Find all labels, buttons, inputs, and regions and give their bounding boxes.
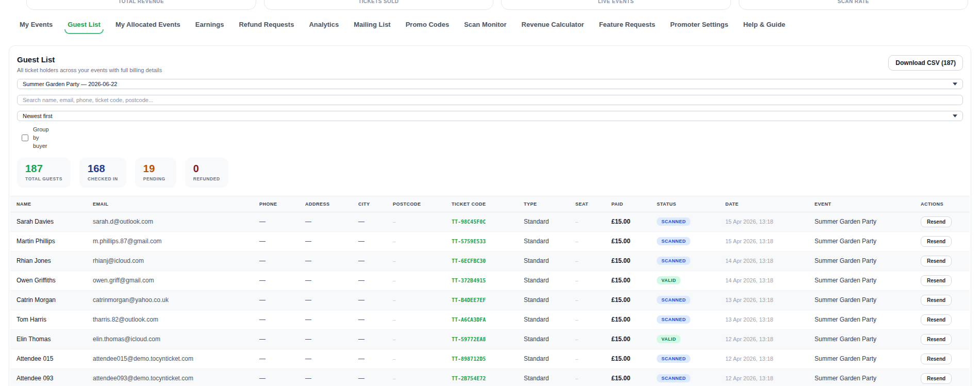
resend-button[interactable]: Resend	[921, 295, 952, 306]
cell-paid: £15.00	[605, 329, 651, 349]
resend-button[interactable]: Resend	[921, 354, 952, 364]
nav-tab[interactable]: Feature Requests	[599, 21, 655, 29]
column-header: ACTIONS	[915, 196, 970, 212]
nav-tab[interactable]: Mailing List	[354, 21, 391, 29]
cell-name: Martin Phillips	[10, 231, 87, 251]
cell-event: Summer Garden Party	[808, 271, 915, 290]
cell-date: 14 Apr 2026, 13:18	[719, 251, 808, 271]
stat-card-label: SCAN RATE	[739, 0, 968, 4]
nav-tab[interactable]: Scan Monitor	[464, 21, 506, 29]
cell-postcode: –	[387, 251, 445, 271]
resend-button[interactable]: Resend	[921, 216, 952, 227]
status-badge: SCANNED	[657, 315, 690, 324]
panel-header: Guest List All ticket holders across you…	[17, 55, 963, 73]
cell-event: Summer Garden Party	[808, 349, 915, 368]
table-row: Owen Griffiths owen.griff@gmail.com — — …	[10, 271, 970, 290]
column-header: PHONE	[253, 196, 299, 212]
resend-button[interactable]: Resend	[921, 256, 952, 266]
stat-value: 168	[88, 163, 118, 175]
cell-email: catrinmorgan@yahoo.co.uk	[87, 290, 253, 310]
column-header: TICKET CODE	[445, 196, 518, 212]
column-header: TYPE	[518, 196, 569, 212]
cell-status: SCANNED	[651, 290, 719, 310]
nav-tab[interactable]: Revenue Calculator	[522, 21, 584, 29]
cell-phone: —	[253, 290, 299, 310]
stat-label: CHECKED IN	[88, 176, 118, 181]
resend-button[interactable]: Resend	[921, 373, 952, 384]
stat-value: 0	[193, 163, 220, 175]
cell-name: Elin Thomas	[10, 329, 87, 349]
cell-status: SCANNED	[651, 310, 719, 329]
nav-tab[interactable]: Promo Codes	[406, 21, 450, 29]
stat-card: SCAN RATE	[739, 0, 969, 10]
cell-phone: —	[253, 271, 299, 290]
search-input[interactable]	[17, 95, 963, 105]
download-csv-button[interactable]: Download CSV (187)	[888, 55, 963, 71]
column-header: EVENT	[808, 196, 915, 212]
cell-type: Standard	[518, 310, 569, 329]
cell-email: rhianj@icloud.com	[87, 251, 253, 271]
stat-tile: 19 PENDING	[135, 158, 176, 188]
column-header: POSTCODE	[387, 196, 445, 212]
cell-type: Standard	[518, 329, 569, 349]
cell-seat: –	[569, 271, 605, 290]
cell-email: owen.griff@gmail.com	[87, 271, 253, 290]
cell-ticket-code: TT-A6CA3DFA	[445, 310, 518, 329]
cell-paid: £15.00	[605, 231, 651, 251]
nav-tab[interactable]: My Events	[20, 21, 53, 29]
cell-name: Sarah Davies	[10, 212, 87, 231]
cell-seat: –	[569, 231, 605, 251]
stat-value: 19	[143, 163, 168, 175]
nav-tab[interactable]: Guest List	[68, 21, 101, 29]
cell-date: 12 Apr 2026, 13:18	[719, 349, 808, 368]
nav-tab[interactable]: Help & Guide	[743, 21, 786, 29]
cell-ticket-code: TT-372B4915	[445, 271, 518, 290]
cell-city: —	[352, 349, 387, 368]
chevron-down-icon	[953, 114, 957, 118]
cell-ticket-code: TT-98C45F0C	[445, 212, 518, 231]
resend-button[interactable]: Resend	[921, 275, 952, 286]
cell-phone: —	[253, 368, 299, 386]
summary-stats: 187 TOTAL GUESTS 168 CHECKED IN 19 PENDI…	[17, 158, 963, 188]
stat-card-label: TICKETS SOLD	[264, 0, 493, 4]
cell-postcode: –	[387, 290, 445, 310]
resend-button[interactable]: Resend	[921, 334, 952, 345]
status-badge: SCANNED	[657, 296, 690, 304]
nav-tab[interactable]: My Allocated Events	[115, 21, 180, 29]
cell-type: Standard	[518, 251, 569, 271]
resend-button[interactable]: Resend	[921, 236, 952, 247]
table-row: Attendee 093 attendee093@demo.tocynticke…	[10, 368, 970, 386]
cell-city: —	[352, 329, 387, 349]
event-filter-select[interactable]: Summer Garden Party — 2026-06-22	[17, 79, 963, 89]
cell-type: Standard	[518, 231, 569, 251]
cell-phone: —	[253, 251, 299, 271]
stat-card: LIVE EVENTS	[501, 0, 731, 10]
sort-select[interactable]: Newest first	[17, 111, 963, 121]
cell-postcode: –	[387, 231, 445, 251]
guest-table: NAME EMAIL PHONE ADDRESS CITY POSTCODE T…	[10, 196, 970, 386]
cell-actions: Resend	[915, 231, 970, 251]
table-row: Catrin Morgan catrinmorgan@yahoo.co.uk —…	[10, 290, 970, 310]
cell-ticket-code: TT-6ECFBC30	[445, 251, 518, 271]
nav-tab[interactable]: Refund Requests	[239, 21, 294, 29]
guest-list-panel: Guest List All ticket holders across you…	[9, 45, 971, 386]
guest-table-body: Sarah Davies sarah.d@outlook.com — — — –…	[10, 212, 970, 386]
cell-paid: £15.00	[605, 251, 651, 271]
cell-postcode: –	[387, 271, 445, 290]
cell-event: Summer Garden Party	[808, 212, 915, 231]
cell-city: —	[352, 212, 387, 231]
chevron-down-icon	[953, 82, 957, 86]
nav-tab[interactable]: Promoter Settings	[670, 21, 728, 29]
cell-status: VALID	[651, 329, 719, 349]
table-row: Rhian Jones rhianj@icloud.com — — — – TT…	[10, 251, 970, 271]
event-filter-value: Summer Garden Party — 2026-06-22	[23, 81, 953, 87]
nav-tab[interactable]: Analytics	[309, 21, 339, 29]
column-header: ADDRESS	[299, 196, 352, 212]
cell-postcode: –	[387, 212, 445, 231]
cell-date: 14 Apr 2026, 13:18	[719, 271, 808, 290]
nav-tab[interactable]: Earnings	[195, 21, 224, 29]
group-by-buyer-checkbox[interactable]	[22, 135, 28, 141]
cell-postcode: –	[387, 368, 445, 386]
resend-button[interactable]: Resend	[921, 314, 952, 325]
status-badge: VALID	[657, 335, 680, 343]
